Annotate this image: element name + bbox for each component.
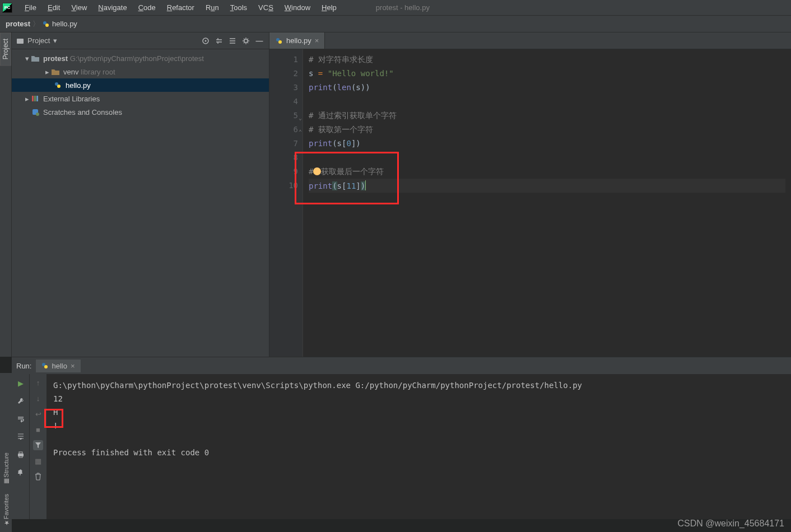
run-tab-hello[interactable]: hello × — [36, 360, 80, 372]
soft-wrap-icon[interactable]: ↩ — [33, 409, 43, 419]
project-view-icon — [16, 37, 24, 45]
window-title: protest - hello.py — [376, 3, 430, 12]
editor-tab-hello[interactable]: hello.py × — [269, 32, 325, 49]
console-line-1: 12 — [53, 392, 784, 405]
menu-window[interactable]: Window — [279, 1, 316, 14]
close-icon[interactable]: × — [315, 36, 319, 45]
chevron-right-icon[interactable]: ▸ — [43, 68, 51, 76]
breadcrumb-file-label: hello.py — [52, 20, 77, 28]
python-file-icon — [53, 81, 62, 90]
menu-tools[interactable]: Tools — [225, 1, 253, 14]
chevron-down-icon[interactable]: ▾ — [53, 36, 57, 45]
editor-area: hello.py × 1 2 3 4 5 6 7 8 9 10 # 对字符串求长… — [269, 32, 791, 357]
console-line-2: H — [53, 405, 784, 419]
svg-rect-18 — [19, 452, 22, 454]
main-menu-bar: PC File Edit View Navigate Code Refactor… — [0, 0, 791, 16]
app-icon: PC — [2, 3, 12, 13]
gear-icon[interactable] — [241, 36, 251, 46]
tree-scratches[interactable]: Scratches and Consoles — [12, 105, 269, 119]
filter-icon[interactable] — [33, 440, 43, 450]
print-icon[interactable] — [15, 449, 26, 460]
tree-scratch-label: Scratches and Consoles — [43, 108, 122, 116]
console-exit: Process finished with exit code 0 — [53, 446, 784, 459]
scroll-to-end-icon[interactable] — [15, 431, 26, 442]
code-line-9: #获取最后一个字符 — [309, 165, 785, 179]
run-tab-label: hello — [52, 362, 67, 370]
console-cmd: G:\python\pyCharm\pythonProject\protest\… — [53, 379, 784, 392]
breadcrumb-file[interactable]: hello.py — [42, 20, 77, 28]
svg-point-12 — [36, 113, 39, 116]
svg-rect-2 — [17, 39, 24, 44]
layout-icon[interactable]: ▦ — [33, 456, 43, 466]
folder-icon — [31, 54, 40, 63]
menu-code[interactable]: Code — [133, 1, 161, 14]
close-icon[interactable]: × — [71, 362, 75, 370]
menu-navigate[interactable]: Navigate — [92, 1, 132, 14]
chevron-down-icon[interactable]: ▾ — [23, 54, 31, 63]
svg-point-7 — [57, 85, 61, 88]
intention-bulb-icon[interactable] — [313, 167, 321, 175]
run-console[interactable]: G:\python\pyCharm\pythonProject\protest\… — [46, 374, 791, 519]
menu-vcs[interactable]: VCS — [253, 1, 279, 14]
run-toolbar: ▶ — [12, 374, 30, 519]
code-line-5: ⌄# 通过索引获取单个字符 — [309, 109, 785, 123]
code-body[interactable]: # 对字符串求长度 s = "Hello world!" print(len(s… — [303, 49, 791, 357]
code-editor[interactable]: 1 2 3 4 5 6 7 8 9 10 # 对字符串求长度 s = "Hell… — [269, 49, 791, 357]
locate-icon[interactable] — [201, 36, 211, 46]
sidebar-tab-project[interactable]: Project — [0, 32, 11, 66]
expand-all-icon[interactable] — [214, 36, 224, 46]
menu-refactor[interactable]: Refactor — [161, 1, 200, 14]
editor-tab-label: hello.py — [286, 36, 311, 45]
code-line-7: print(s[0]) — [309, 137, 785, 151]
python-file-icon — [275, 37, 283, 45]
collapse-all-icon[interactable] — [227, 36, 238, 46]
svg-point-14 — [278, 40, 282, 44]
code-line-6: ⌃# 获取第一个字符 — [309, 123, 785, 137]
tree-hello-file[interactable]: hello.py — [12, 78, 269, 92]
run-tool-window: Run: hello × ▶ ↑ ↓ ↩ ■ ▦ G:\python\pyCha… — [12, 357, 791, 519]
wrench-icon[interactable] — [15, 395, 26, 407]
library-icon — [31, 94, 40, 103]
menu-help[interactable]: Help — [316, 1, 342, 14]
trash-icon[interactable] — [33, 472, 43, 482]
tree-venv[interactable]: ▸ venv library root — [12, 65, 269, 78]
rerun-icon[interactable]: ▶ — [15, 377, 26, 389]
project-view-label[interactable]: Project — [27, 36, 50, 45]
svg-point-4 — [205, 40, 207, 41]
tree-root-name: protest — [43, 54, 68, 63]
project-tree[interactable]: ▾ protest G:\python\pyCharm\pythonProjec… — [12, 49, 269, 357]
tree-file-name: hello.py — [66, 81, 91, 90]
sidebar-tab-favorites[interactable]: ★ Favorites — [2, 494, 10, 526]
code-line-3: print(len(s)) — [309, 81, 785, 95]
tree-ext-libs[interactable]: ▸ External Libraries — [12, 92, 269, 105]
pin-icon[interactable] — [15, 467, 26, 478]
menu-file[interactable]: File — [19, 1, 42, 14]
toggle-soft-wrap-icon[interactable] — [15, 413, 26, 424]
code-line-1: # 对字符串求长度 — [309, 55, 373, 64]
svg-point-1 — [45, 24, 49, 27]
scratch-icon — [31, 108, 40, 116]
breadcrumb-root-label: protest — [6, 20, 30, 28]
editor-tabs: hello.py × — [269, 32, 791, 49]
chevron-right-icon[interactable]: ▸ — [23, 95, 31, 103]
tree-ext-label: External Libraries — [43, 95, 100, 103]
breadcrumb-root[interactable]: protest — [6, 20, 30, 28]
svg-rect-9 — [34, 96, 36, 101]
project-header: Project ▾ — — [12, 32, 269, 49]
run-header-label: Run: — [16, 362, 31, 370]
stop-icon[interactable]: ■ — [33, 424, 43, 435]
watermark: CSDN @weixin_45684171 — [677, 519, 784, 529]
tree-root-path: G:\python\pyCharm\pythonProject\protest — [70, 54, 204, 63]
hide-icon[interactable]: — — [254, 36, 264, 46]
menu-edit[interactable]: Edit — [42, 1, 66, 14]
down-arrow-icon[interactable]: ↓ — [33, 393, 43, 403]
menu-run[interactable]: Run — [200, 1, 225, 14]
tree-venv-name: venv — [63, 68, 78, 76]
tree-root[interactable]: ▾ protest G:\python\pyCharm\pythonProjec… — [12, 52, 269, 65]
folder-icon — [51, 67, 60, 76]
sidebar-tab-structure[interactable]: ▦ Structure — [2, 452, 10, 485]
tree-venv-hint: library root — [81, 68, 115, 76]
menu-view[interactable]: View — [66, 1, 92, 14]
up-arrow-icon[interactable]: ↑ — [33, 377, 43, 388]
run-header: Run: hello × — [12, 357, 791, 374]
